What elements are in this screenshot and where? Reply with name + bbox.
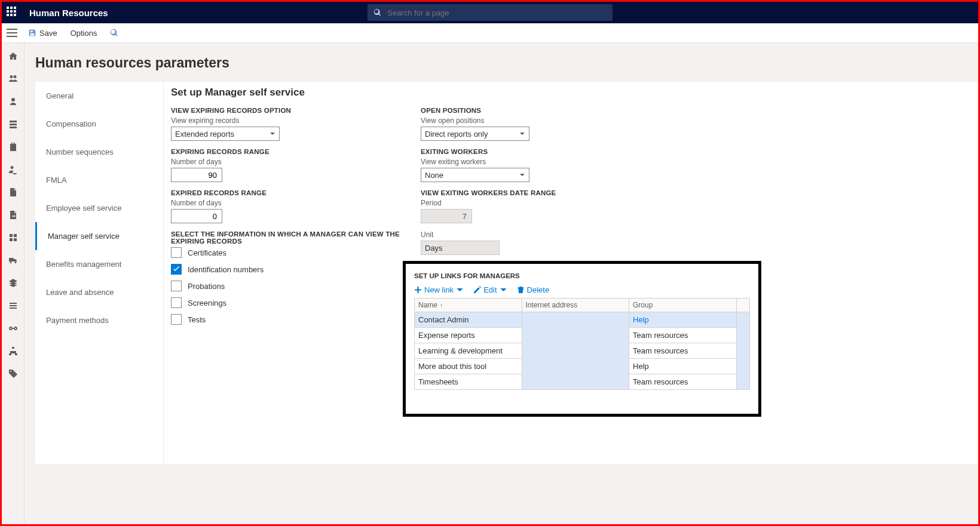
label-view-exiting: View exiting workers [421, 158, 670, 166]
chk-row-tests[interactable]: Tests [171, 314, 421, 325]
people-icon[interactable] [8, 74, 18, 84]
chk-probations[interactable] [171, 281, 182, 291]
layers-icon[interactable] [8, 278, 18, 288]
global-search[interactable] [368, 4, 612, 21]
label-period: Period [421, 199, 670, 207]
chk-row-idnumbers[interactable]: Identification numbers [171, 264, 421, 275]
chk-tests-label: Tests [188, 315, 206, 324]
label-view-open-positions: View open positions [421, 116, 670, 125]
input-days-expired[interactable] [171, 209, 222, 223]
chk-certificates-label: Certificates [188, 248, 226, 257]
cell-group[interactable]: Help [629, 359, 737, 374]
input-days-expiring-field[interactable] [175, 170, 218, 180]
chk-row-screenings[interactable]: Screenings [171, 297, 421, 308]
select-view-expiring[interactable]: Extended reports [171, 127, 280, 141]
cell-name[interactable]: More about this tool [415, 359, 522, 374]
settings-nav-number-sequences[interactable]: Number sequences [35, 138, 163, 166]
chevron-down-icon [500, 286, 507, 294]
fs-select-info: SELECT THE INFORMATION IN WHICH A MANAGE… [171, 230, 421, 245]
links-grid[interactable]: Name↑ Internet address Group Contact Adm… [414, 298, 750, 390]
global-search-input[interactable] [386, 8, 607, 18]
settings-nav-payment[interactable]: Payment methods [35, 306, 163, 334]
chk-certificates[interactable] [171, 247, 182, 258]
left-rail [2, 43, 24, 524]
truck-icon[interactable] [8, 256, 18, 265]
settings-nav-general[interactable]: General [35, 82, 163, 110]
settings-nav-leave[interactable]: Leave and absence [35, 278, 163, 306]
home-icon[interactable] [8, 51, 18, 61]
label-days-expired: Number of days [171, 199, 421, 207]
chk-row-probations[interactable]: Probations [171, 281, 421, 291]
chk-tests[interactable] [171, 314, 182, 325]
settings-nav-employee-ss[interactable]: Employee self service [35, 194, 163, 222]
pencil-icon [473, 286, 481, 294]
link-icon[interactable] [8, 324, 18, 333]
chk-row-certificates[interactable]: Certificates [171, 247, 421, 258]
options-button[interactable]: Options [68, 27, 100, 39]
chk-screenings[interactable] [171, 297, 182, 308]
col-scroll-gutter [736, 299, 749, 312]
tiles-icon[interactable] [8, 233, 18, 242]
input-unit: Days [421, 241, 500, 255]
page-search-button[interactable] [108, 27, 121, 38]
input-days-expired-field[interactable] [175, 211, 218, 222]
cell-name[interactable]: Expense reports [415, 328, 522, 343]
cell-group[interactable]: Help [629, 312, 737, 328]
input-period-field [425, 211, 468, 222]
trash-icon [517, 286, 525, 294]
chevron-down-icon [519, 131, 525, 137]
cell-name[interactable]: Timesheets [415, 374, 522, 390]
new-link-button[interactable]: New link [414, 285, 464, 294]
cell-group[interactable]: Team resources [629, 343, 737, 359]
cell-group[interactable]: Team resources [629, 328, 737, 343]
parameters-panel: General Compensation Number sequences FM… [35, 82, 978, 464]
save-button[interactable]: Save [26, 27, 60, 39]
select-open-positions[interactable]: Direct reports only [421, 127, 529, 141]
select-view-exiting-value: None [425, 171, 443, 180]
settings-nav-fmla[interactable]: FMLA [35, 166, 163, 194]
cell-name[interactable]: Contact Admin [415, 312, 522, 328]
section-title: Set up Manager self service [171, 87, 964, 99]
nav-toggle-icon[interactable] [7, 29, 17, 37]
chk-screenings-label: Screenings [188, 299, 226, 307]
select-view-exiting[interactable]: None [421, 168, 529, 182]
fs-expiring-range: EXPIRING RECORDS RANGE [171, 148, 421, 155]
chevron-down-icon [270, 131, 275, 137]
doc-in-icon[interactable] [8, 210, 18, 220]
cell-group[interactable]: Team resources [629, 374, 737, 390]
col-group[interactable]: Group [629, 299, 737, 312]
settings-nav-compensation[interactable]: Compensation [35, 110, 163, 138]
delete-button[interactable]: Delete [517, 285, 550, 294]
input-days-expiring[interactable] [171, 168, 222, 182]
hierarchy-icon[interactable] [8, 346, 18, 356]
col-addr[interactable]: Internet address [522, 299, 629, 312]
edit-button[interactable]: Edit [473, 285, 507, 294]
settings-nav-benefits[interactable]: Benefits management [35, 250, 163, 278]
col-name[interactable]: Name↑ [415, 299, 522, 312]
doc-out-icon[interactable] [8, 187, 18, 197]
chk-idnumbers[interactable] [171, 264, 182, 275]
user-gear-icon[interactable] [8, 165, 18, 174]
person-pin-icon[interactable] [8, 97, 18, 106]
options-label: Options [71, 29, 97, 38]
cell-name[interactable]: Learning & development [415, 343, 522, 359]
table-row[interactable]: Contact Admin Help [415, 312, 750, 328]
tag-icon[interactable] [8, 369, 18, 379]
fs-exiting-workers: EXITING WORKERS [421, 148, 670, 155]
cell-scroll [736, 312, 749, 390]
search-icon [373, 8, 381, 17]
save-icon [28, 29, 36, 37]
select-view-expiring-value: Extended reports [175, 130, 234, 139]
clipboard-icon[interactable] [8, 142, 18, 152]
chk-probations-label: Probations [188, 282, 225, 291]
settings-nav-manager-ss[interactable]: Manager self service [35, 222, 163, 250]
select-open-positions-value: Direct reports only [425, 130, 488, 139]
list-icon[interactable] [8, 301, 18, 310]
page-body: Human resources parameters General Compe… [2, 43, 978, 524]
checkmark-icon [173, 266, 180, 273]
input-unit-value: Days [425, 244, 443, 253]
left-column: VIEW EXPIRING RECORDS OPTION View expiri… [171, 107, 421, 331]
app-launcher-icon[interactable] [7, 7, 19, 19]
org-icon[interactable] [8, 119, 18, 129]
save-label: Save [39, 29, 57, 38]
